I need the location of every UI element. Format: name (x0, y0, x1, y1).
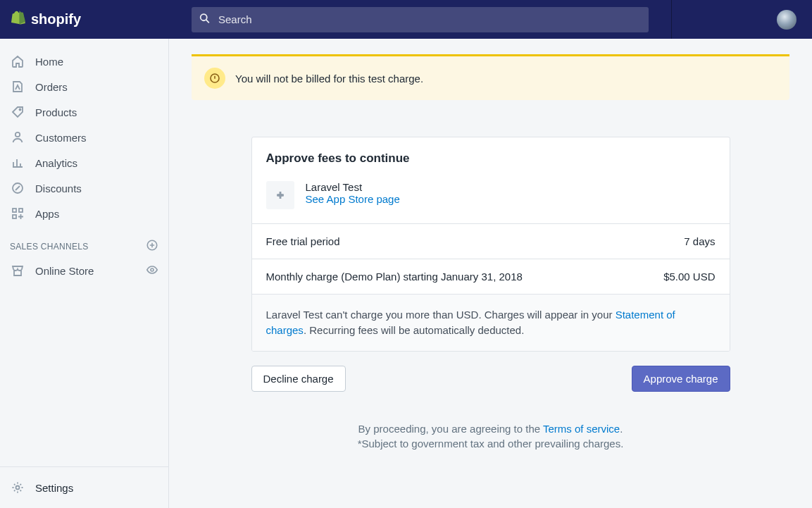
nav-products[interactable]: Products (0, 99, 168, 125)
nav-label: Discounts (35, 182, 82, 194)
online-store-icon (10, 263, 25, 278)
svg-point-8 (16, 486, 20, 490)
nav-label: Online Store (35, 265, 94, 277)
action-row: Decline charge Approve charge (251, 366, 730, 392)
approve-button[interactable]: Approve charge (632, 366, 730, 392)
info-banner: You will not be billed for this test cha… (192, 54, 789, 100)
card-footnote: Laravel Test can't charge you more than … (252, 294, 730, 351)
brand-text: shopify (31, 11, 81, 27)
charge-label: Monthly charge (Demo Plan) starting Janu… (266, 271, 523, 283)
nav-discounts[interactable]: Discounts (0, 175, 168, 201)
nav-apps[interactable]: Apps (0, 201, 168, 226)
view-store-icon[interactable] (146, 264, 158, 278)
orders-icon (10, 79, 25, 94)
nav-settings[interactable]: Settings (0, 466, 168, 508)
nav-section-label: SALES CHANNELS (10, 242, 89, 252)
svg-rect-4 (19, 209, 23, 212)
discounts-icon (10, 180, 25, 196)
shopify-bag-icon (10, 11, 27, 29)
main-content: You will not be billed for this test cha… (169, 39, 812, 508)
nav-analytics[interactable]: Analytics (0, 150, 168, 175)
nav-label: Settings (35, 482, 73, 494)
svg-rect-3 (13, 209, 16, 212)
nav-online-store[interactable]: Online Store (0, 258, 168, 283)
gear-icon (10, 480, 25, 495)
svg-point-1 (15, 132, 20, 137)
approve-card: Approve fees to continue Laravel Test Se… (251, 137, 730, 352)
nav-orders[interactable]: Orders (0, 74, 168, 99)
decline-button[interactable]: Decline charge (251, 366, 346, 392)
svg-rect-5 (13, 215, 16, 218)
nav-label: Apps (35, 208, 59, 220)
svg-point-0 (20, 109, 21, 111)
app-placeholder-icon (266, 181, 294, 209)
nav-label: Home (35, 56, 63, 68)
customers-icon (10, 130, 25, 145)
warning-icon (204, 68, 225, 89)
nav-customers[interactable]: Customers (0, 125, 168, 150)
logo[interactable]: shopify (0, 11, 169, 29)
terms-block: By proceeding, you are agreeing to the T… (251, 421, 730, 452)
terms-suffix: . (620, 423, 623, 435)
nav-label: Orders (35, 81, 68, 93)
add-channel-icon[interactable] (146, 239, 158, 254)
nav-label: Customers (35, 132, 87, 144)
note-prefix: Laravel Test can't charge you more than … (266, 309, 616, 321)
trial-value: 7 days (684, 235, 715, 247)
search-area (169, 7, 671, 32)
note-suffix: . Recurring fees will be automatically d… (304, 324, 525, 336)
banner-message: You will not be billed for this test cha… (235, 73, 423, 85)
products-icon (10, 104, 25, 120)
app-name: Laravel Test (306, 181, 400, 193)
nav-label: Analytics (35, 157, 77, 169)
terms-link[interactable]: Terms of service (543, 423, 620, 435)
apps-icon (10, 206, 25, 221)
app-store-link[interactable]: See App Store page (306, 193, 400, 205)
charge-row: Monthly charge (Demo Plan) starting Janu… (252, 259, 730, 294)
sidebar: Home Orders Products Customers Analytics… (0, 39, 169, 508)
trial-label: Free trial period (266, 235, 340, 247)
topbar-right (671, 0, 812, 39)
terms-line2: *Subject to government tax and other pre… (251, 436, 730, 452)
app-row: Laravel Test See App Store page (252, 181, 730, 223)
avatar[interactable] (777, 10, 797, 30)
nav-home[interactable]: Home (0, 49, 168, 74)
svg-point-7 (151, 268, 154, 271)
card-title: Approve fees to continue (252, 137, 730, 181)
nav-label: Products (35, 106, 77, 118)
home-icon (10, 54, 25, 69)
nav-section-sales-channels: SALES CHANNELS (0, 239, 168, 254)
search-input[interactable] (192, 7, 649, 32)
terms-prefix: By proceeding, you are agreeing to the (358, 423, 543, 435)
trial-row: Free trial period 7 days (252, 223, 730, 259)
analytics-icon (10, 155, 25, 171)
charge-value: $5.00 USD (663, 271, 715, 283)
search-icon (199, 12, 211, 27)
top-bar: shopify (0, 0, 812, 39)
